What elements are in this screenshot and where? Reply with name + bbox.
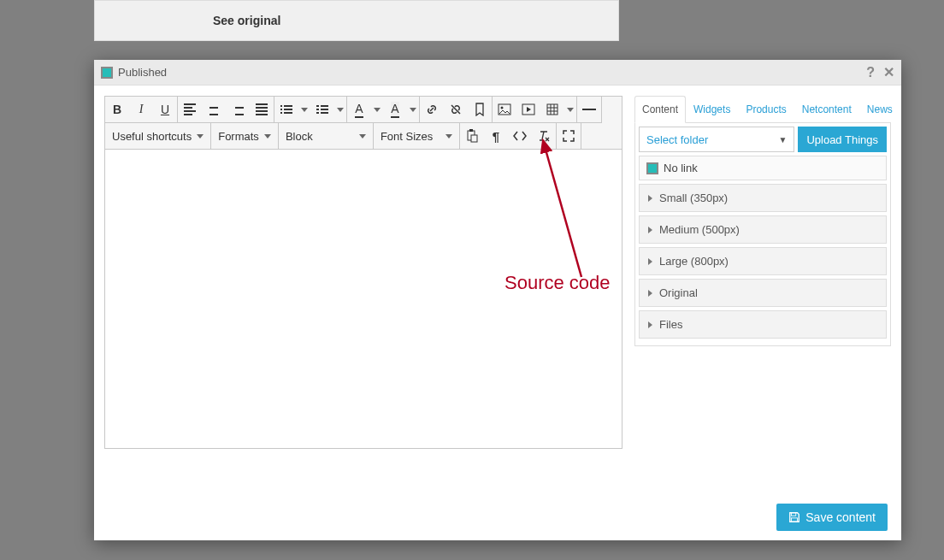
horizontal-rule-button[interactable]: [577, 97, 601, 122]
unlink-button[interactable]: [444, 97, 468, 122]
svg-rect-3: [547, 104, 558, 115]
accordion-small[interactable]: Small (350px): [639, 184, 887, 212]
save-content-button[interactable]: Save content: [776, 504, 888, 531]
italic-button[interactable]: I: [129, 97, 153, 122]
tab-netcontent[interactable]: Netcontent: [794, 96, 859, 123]
bullet-list-caret[interactable]: [298, 97, 310, 122]
media-button[interactable]: [516, 97, 540, 122]
align-left-button[interactable]: [178, 97, 202, 122]
tab-news[interactable]: News: [859, 96, 900, 123]
no-link-row[interactable]: No link: [639, 156, 887, 180]
numbered-list-caret[interactable]: [334, 97, 346, 122]
paste-button[interactable]: [460, 123, 484, 149]
caret-right-icon: [648, 321, 652, 328]
caret-right-icon: [648, 290, 652, 297]
editor-toolbar: B I U: [104, 96, 622, 150]
caret-right-icon: [648, 258, 652, 265]
editor-modal: Published ? ✕ B I U: [94, 60, 901, 540]
bg-color-button[interactable]: A: [383, 97, 407, 122]
table-caret[interactable]: [564, 97, 576, 122]
modal-footer: Save content: [94, 494, 901, 540]
tab-products[interactable]: Products: [738, 96, 794, 123]
block-select[interactable]: Block: [279, 123, 373, 149]
accordion-original[interactable]: Original: [639, 279, 887, 307]
see-original-link[interactable]: See original: [213, 14, 280, 27]
caret-right-icon: [648, 195, 652, 202]
no-link-icon: [646, 162, 658, 174]
table-button[interactable]: [540, 97, 564, 122]
clear-formatting-button[interactable]: [532, 123, 556, 149]
bookmark-button[interactable]: [468, 97, 492, 122]
save-icon: [788, 511, 800, 523]
image-button[interactable]: [493, 97, 516, 122]
useful-shortcuts-select[interactable]: Useful shortcuts: [105, 123, 210, 149]
accordion-large[interactable]: Large (800px): [639, 247, 887, 275]
bullet-list-button[interactable]: [274, 97, 298, 122]
tab-content[interactable]: Content: [634, 96, 686, 123]
bg-color-caret[interactable]: [407, 97, 419, 122]
text-color-caret[interactable]: [371, 97, 383, 122]
editor-content-area[interactable]: [104, 150, 622, 449]
svg-rect-7: [471, 135, 477, 142]
tab-widgets[interactable]: Widgets: [686, 96, 738, 123]
align-justify-button[interactable]: [250, 97, 274, 122]
help-icon[interactable]: ?: [866, 65, 875, 80]
paragraph-button[interactable]: ¶: [484, 123, 508, 149]
link-button[interactable]: [420, 97, 444, 122]
caret-right-icon: [648, 227, 652, 233]
accordion-files[interactable]: Files: [639, 310, 887, 339]
editor-column: B I U: [104, 96, 622, 484]
modal-body: B I U: [94, 85, 901, 494]
select-folder-dropdown[interactable]: Select folder ▼: [639, 127, 794, 152]
side-tabs: Content Widgets Products Netcontent News: [634, 96, 891, 123]
published-status-icon: [101, 67, 113, 79]
align-right-button[interactable]: [226, 97, 250, 122]
formats-select[interactable]: Formats: [211, 123, 278, 149]
side-panel: Content Widgets Products Netcontent News…: [634, 96, 891, 484]
align-center-button[interactable]: [202, 97, 226, 122]
source-code-button[interactable]: [508, 123, 532, 149]
accordion-medium[interactable]: Medium (500px): [639, 215, 887, 244]
bold-button[interactable]: B: [105, 97, 129, 122]
chevron-down-icon: ▼: [779, 135, 788, 144]
published-label: Published: [118, 66, 167, 79]
underline-button[interactable]: U: [153, 97, 177, 122]
upload-things-button[interactable]: Upload Things: [798, 127, 887, 152]
numbered-list-button[interactable]: [310, 97, 334, 122]
background-card: See original: [94, 0, 619, 41]
fullscreen-button[interactable]: [557, 123, 581, 149]
svg-rect-6: [469, 129, 473, 132]
close-icon[interactable]: ✕: [883, 64, 894, 80]
text-color-button[interactable]: A: [347, 97, 371, 122]
modal-header: Published ? ✕: [94, 60, 901, 85]
svg-point-1: [501, 107, 504, 109]
content-panel: Select folder ▼ Upload Things No link Sm…: [634, 123, 891, 346]
font-sizes-select[interactable]: Font Sizes: [374, 123, 459, 149]
